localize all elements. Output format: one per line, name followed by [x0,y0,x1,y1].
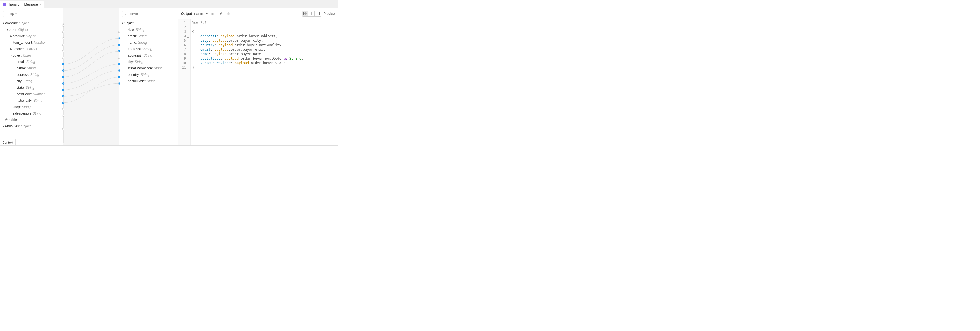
tree-row-state[interactable]: state : String [2,84,61,91]
tree-row-name[interactable]: name : String [2,65,61,72]
code-line[interactable]: country: payload.order.buyer.nationality… [192,43,304,47]
code-line[interactable]: name: payload.order.buyer.name, [192,52,304,56]
code-line[interactable]: stateOrProvince: payload.order.buyer.sta… [192,61,304,65]
tree-row-country[interactable]: country : String [121,72,176,78]
gutter-line: 5 [178,38,189,43]
tree-row-order[interactable]: ▼order : Object [2,26,61,33]
gutter-line: 10 [178,61,189,65]
map-port-payload[interactable] [62,24,64,27]
code-lines[interactable]: %dw 2.0---{ address1: payload.order.buye… [191,19,304,145]
map-port-name_o[interactable] [118,44,120,46]
tree-row-payment[interactable]: ▶payment : Object [2,46,61,52]
caret-icon[interactable]: ▶ [10,48,13,50]
tree-row-buyer[interactable]: ▼buyer : Object [2,52,61,59]
tree-row-postalCode[interactable]: postalCode : String [121,78,176,84]
map-port-name[interactable] [62,70,64,72]
map-port-address1[interactable] [118,50,120,53]
map-port-attributes[interactable] [62,128,64,130]
tree-label: address1 [128,47,142,51]
tree-row-address2[interactable]: address2 : String [121,52,176,59]
map-port-email[interactable] [62,63,64,65]
code-line[interactable]: postalCode: payload.order.buyer.postCode… [192,56,304,61]
map-port-shop[interactable] [62,108,64,110]
map-port-product[interactable] [62,37,64,40]
tree-type: : String [142,47,152,51]
code-line[interactable]: city: payload.order.buyer.city, [192,38,304,43]
tab-transform-message[interactable]: ✓ Transform Message × [0,0,44,8]
map-port-postCode[interactable] [62,95,64,97]
output-target-dropdown[interactable]: Payload ▾ [194,12,208,15]
tab-bar: ✓ Transform Message × [0,0,338,8]
view-single-button[interactable] [315,11,321,16]
code-line[interactable]: %dw 2.0 [192,21,304,25]
caret-icon[interactable]: ▼ [2,22,5,25]
search-icon: ⌕ [124,12,126,16]
tree-row-postCode[interactable]: postCode : Number [2,91,61,97]
tree-row-item_amount[interactable]: item_amount : Number [2,39,61,46]
caret-icon[interactable]: ▼ [121,22,124,25]
edit-icon[interactable] [218,11,224,16]
code-line[interactable]: { [192,29,304,34]
map-port-address2[interactable] [118,57,120,59]
code-panel: Output Payload ▾ [178,8,338,145]
tree-row-salesperson[interactable]: salesperson : String [2,110,61,116]
view-split-button[interactable] [302,11,309,16]
add-target-icon[interactable] [210,11,216,16]
search-input[interactable] [3,11,60,17]
gutter: 123-4-567891011 [178,19,191,145]
code-line[interactable]: } [192,65,304,70]
tree-type: : Object [21,54,32,57]
output-tree: ▼Objectsize : Stringemail : Stringname :… [119,20,178,145]
view-columns-button[interactable] [309,11,315,16]
fold-icon[interactable]: - [186,35,189,38]
input-dots [61,8,65,145]
map-port-buyer[interactable] [62,57,64,59]
tree-row-city[interactable]: city : String [2,78,61,84]
tree-type: : Number [32,41,46,45]
map-port-state[interactable] [62,89,64,91]
code-editor[interactable]: 123-4-567891011 %dw 2.0---{ address1: pa… [178,19,338,145]
fold-icon[interactable]: - [186,30,189,33]
context-tab[interactable]: Context [0,139,16,145]
tree-row-name_o[interactable]: name : String [121,39,176,46]
map-port-size[interactable] [118,31,120,33]
tree-row-shop[interactable]: shop : String [2,103,61,110]
tree-row-city_o[interactable]: city : String [121,59,176,65]
tree-row-payload[interactable]: ▼Payload : Object [2,20,61,26]
map-port-city_o[interactable] [118,63,120,65]
map-port-stateOrProvince[interactable] [118,70,120,72]
delete-icon[interactable] [226,11,231,16]
map-port-postalCode[interactable] [118,82,120,84]
search-output[interactable] [122,11,175,17]
tree-row-attributes[interactable]: ▶Attributes : Object [2,123,61,129]
tree-row-variables[interactable]: Variables [2,116,61,123]
tree-row-nationality[interactable]: nationality : String [2,97,61,103]
tree-row-product[interactable]: ▶product : Object [2,33,61,39]
map-port-nationality[interactable] [62,102,64,104]
tree-row-size[interactable]: size : String [121,26,176,33]
tree-row-stateOrProvince[interactable]: stateOrProvince : String [121,65,176,72]
input-panel: ⌕ ▼Payload : Object▼order : Object▶produ… [0,8,63,145]
code-line[interactable]: address1: payload.order.buyer.address, [192,34,304,38]
code-line[interactable]: email: payload.order.buyer.email, [192,47,304,52]
map-port-salesperson[interactable] [62,115,64,117]
caret-icon[interactable]: ▶ [10,35,13,38]
map-port-payment[interactable] [62,50,64,53]
map-port-city[interactable] [62,82,64,84]
tree-row-email[interactable]: email : String [2,59,61,65]
caret-icon[interactable]: ▼ [6,28,9,31]
preview-link[interactable]: Preview [323,12,335,16]
tree-row-address[interactable]: address : String [2,72,61,78]
tree-row-address1[interactable]: address1 : String [121,46,176,52]
map-port-country[interactable] [118,76,120,78]
map-port-address[interactable] [62,76,64,78]
close-icon[interactable]: × [40,3,41,6]
tree-row-email_o[interactable]: email : String [121,33,176,39]
tree-row-object[interactable]: ▼Object [121,20,176,26]
caret-icon[interactable]: ▼ [10,54,13,57]
code-line[interactable]: --- [192,25,304,29]
map-port-order[interactable] [62,31,64,33]
map-port-email_o[interactable] [118,37,120,40]
map-port-item_amount[interactable] [62,44,64,46]
caret-icon[interactable]: ▶ [2,125,5,128]
